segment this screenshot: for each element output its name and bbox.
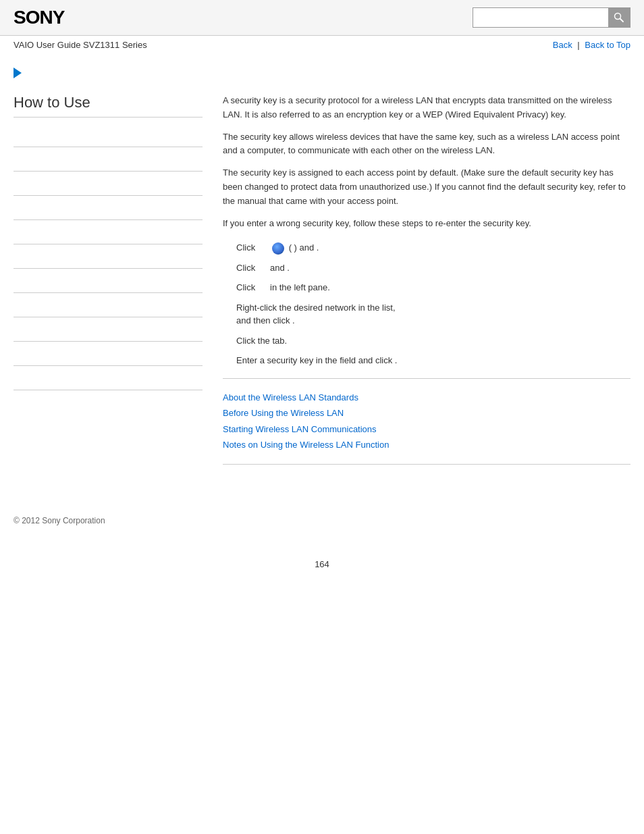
sidebar-item[interactable] [14,172,203,196]
step-1-text2: ) and [294,242,315,253]
sidebar-item[interactable] [14,269,203,293]
step-6-content: Enter a security key in the field and cl… [236,354,630,367]
content-area: A security key is a security protocol fo… [216,87,630,475]
nav-separator: | [577,40,582,50]
step-2-content: and . [270,261,630,275]
steps-container: Click ( ) and . Click and [236,241,630,367]
back-link[interactable]: Back [553,40,572,50]
copyright-text: © 2012 Sony Corporation [14,516,105,525]
search-button[interactable] [608,8,630,27]
step-3-label: Click [236,281,270,294]
breadcrumb-arrow [0,54,644,87]
sidebar: How to Use [14,87,216,475]
related-link-2[interactable]: Before Using the Wireless LAN [223,405,630,421]
step-1-period: . [317,242,319,253]
main-layout: How to Use A security key is a security … [0,87,644,475]
step-1: Click ( ) and . [236,241,630,255]
sony-logo: SONY [14,7,64,28]
search-box [473,7,630,28]
sidebar-item[interactable] [14,293,203,317]
step-1-text: ( [289,242,292,253]
step-3: Click in the left pane. [236,281,630,294]
sidebar-item[interactable] [14,220,203,244]
page-header: SONY [0,0,644,36]
svg-line-1 [620,19,624,22]
step-3-item: in the left pane. [270,282,330,292]
step-5: Click the tab. [236,334,630,348]
sidebar-item[interactable] [14,123,203,147]
back-to-top-link[interactable]: Back to Top [585,40,630,50]
sidebar-item[interactable] [14,147,203,172]
sidebar-title: How to Use [14,94,203,118]
content-para-1: A security key is a security protocol fo… [223,94,630,122]
step-1-label: Click [236,241,270,255]
sidebar-item[interactable] [14,196,203,220]
step-2-label: Click [236,261,270,275]
steps-intro: If you enter a wrong security key, follo… [223,217,630,231]
nav-links: Back | Back to Top [553,40,630,50]
sidebar-item[interactable] [14,342,203,366]
step-4: Right-click the desired network in the l… [236,301,630,328]
step-2: Click and . [236,261,630,275]
step-2-item2: . [287,263,290,273]
step-5-content: Click the tab. [236,334,630,348]
related-link-4[interactable]: Notes on Using the Wireless LAN Function [223,437,630,452]
sidebar-item[interactable] [14,366,203,390]
windows-icon [272,242,284,255]
footer: © 2012 Sony Corporation [0,502,644,539]
related-link-1[interactable]: About the Wireless LAN Standards [223,390,630,405]
sidebar-item[interactable] [14,244,203,269]
step-6: Enter a security key in the field and cl… [236,354,630,367]
content-divider [223,378,630,379]
step-1-content: ( ) and . [270,241,630,255]
step-3-content: in the left pane. [270,281,630,294]
content-divider-2 [223,464,630,465]
search-icon [614,12,624,23]
content-para-3: The security key is assigned to each acc… [223,166,630,208]
nav-bar: VAIO User Guide SVZ1311 Series Back | Ba… [0,36,644,54]
related-links: About the Wireless LAN Standards Before … [223,390,630,453]
content-para-2: The security key allows wireless devices… [223,130,630,159]
step-2-item1: and [270,263,285,273]
sidebar-item[interactable] [14,317,203,342]
page-number: 164 [0,559,644,569]
guide-title: VAIO User Guide SVZ1311 Series [14,40,147,50]
search-input[interactable] [473,8,608,27]
related-link-3[interactable]: Starting Wireless LAN Communications [223,421,630,437]
step-4-content: Right-click the desired network in the l… [236,301,630,328]
